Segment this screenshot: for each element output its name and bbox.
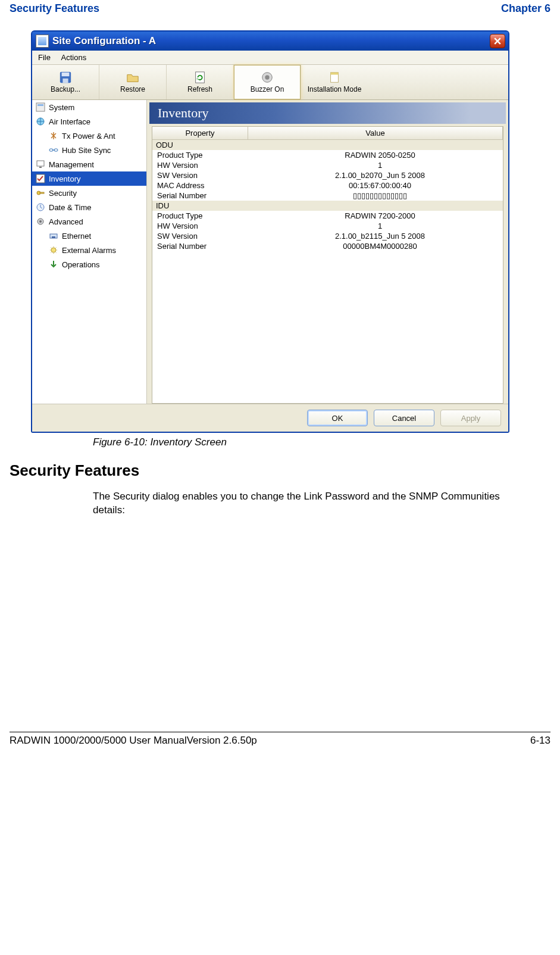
app-icon [36,35,49,48]
gear-icon [36,217,45,226]
sidebar-item-label: System [49,103,74,112]
globe-icon [36,117,45,126]
toolbar-install-label: Installation Mode [308,85,362,93]
toolbar-refresh-label: Refresh [187,85,212,93]
svg-rect-2 [62,79,68,83]
cancel-label: Cancel [392,414,416,423]
table-row: Product TypeRADWIN 7200-2000 [152,211,503,221]
antenna-icon [49,131,58,141]
svg-rect-1 [62,73,70,76]
toolbar-backup-label: Backup... [51,85,80,93]
notepad-icon [328,71,341,84]
table-row: HW Version1 [152,160,503,170]
link-icon [49,145,58,155]
toolbar-restore-label: Restore [120,85,145,93]
sidebar-item-inventory[interactable]: Inventory [32,171,146,186]
table-row: SW Version2.1.00_b2070_Jun 5 2008 [152,170,503,180]
sidebar-item-datetime[interactable]: Date & Time [32,200,146,214]
sidebar-item-system[interactable]: System [32,100,146,114]
inventory-table: Property Value ODU Product TypeRADWIN 20… [152,126,503,404]
folder-open-icon [126,71,139,84]
sidebar-item-alarms[interactable]: External Alarms [32,243,146,257]
sidebar-item-airinterface[interactable]: Air Interface [32,114,146,129]
menu-actions[interactable]: Actions [59,52,93,63]
sidebar-item-label: Inventory [49,174,80,183]
checklist-icon [36,174,45,183]
sidebar-item-txpower[interactable]: Tx Power & Ant [32,129,146,143]
sidebar-item-operations[interactable]: Operations [32,257,146,271]
toolbar-refresh[interactable]: Refresh [167,65,234,99]
sidebar-item-label: Security [49,189,77,198]
svg-rect-18 [40,192,44,194]
panel-title: Inventory [149,102,506,124]
section-heading: Security Features [10,461,550,480]
svg-point-24 [51,248,56,252]
sidebar-item-hubsync[interactable]: Hub Site Sync [32,143,146,157]
sidebar-item-label: Air Interface [49,117,90,126]
window-title: Site Configuration - A [52,35,156,47]
apply-button: Apply [440,410,501,426]
close-button[interactable] [490,34,505,48]
col-header-value[interactable]: Value [248,127,503,139]
sidebar-item-label: Management [49,160,94,169]
sidebar: System Air Interface Tx Power & Ant Hub … [32,100,147,404]
sidebar-item-advanced[interactable]: Advanced [32,214,146,229]
alarm-icon [49,245,58,255]
speaker-icon [261,71,274,84]
header-right: Chapter 6 [501,2,550,15]
refresh-icon [193,71,207,84]
monitor-icon [36,160,45,169]
floppy-icon [59,71,72,84]
sidebar-item-label: Ethernet [62,232,91,241]
properties-icon [36,102,45,112]
sidebar-item-label: Hub Site Sync [62,146,111,155]
titlebar[interactable]: Site Configuration - A [32,32,508,51]
svg-rect-3 [196,72,205,83]
ethernet-icon [49,231,58,241]
toolbar-restore[interactable]: Restore [99,65,167,99]
ok-button[interactable]: OK [307,410,368,426]
svg-rect-7 [331,73,339,75]
ok-label: OK [332,414,343,423]
page-header: Security Features Chapter 6 [10,0,550,21]
footer-right: 6-13 [530,735,550,747]
table-row: SW Version2.1.00_b2115_Jun 5 2008 [152,231,503,241]
arrow-down-icon [49,260,58,269]
cancel-button[interactable]: Cancel [374,410,434,426]
svg-rect-15 [39,167,42,168]
section-idu: IDU [152,201,174,211]
svg-rect-14 [37,161,44,166]
table-row: Serial Number▯▯▯▯▯▯▯▯▯▯▯▯▯ [152,191,503,201]
site-config-dialog: Site Configuration - A File Actions Back… [31,30,509,433]
sidebar-item-label: Date & Time [49,203,92,212]
svg-point-5 [265,75,269,79]
toolbar: Backup... Restore Refresh Buzzer On Inst… [32,65,508,100]
sidebar-item-label: Advanced [49,217,83,226]
table-row: Product TypeRADWIN 2050-0250 [152,150,503,160]
svg-point-21 [39,220,42,223]
clock-icon [36,202,45,212]
table-row: Serial Number00000BM4M0000280 [152,241,503,251]
section-odu: ODU [152,140,178,150]
toolbar-install[interactable]: Installation Mode [301,65,368,99]
sidebar-item-security[interactable]: Security [32,186,146,200]
dialog-button-bar: OK Cancel Apply [32,404,508,432]
body-paragraph: The Security dialog enables you to chang… [93,490,533,517]
close-icon [494,38,501,45]
apply-label: Apply [461,414,481,423]
toolbar-buzzer[interactable]: Buzzer On [234,65,301,99]
toolbar-backup[interactable]: Backup... [32,65,99,99]
header-left: Security Features [10,2,99,15]
menubar: File Actions [32,51,508,65]
toolbar-buzzer-label: Buzzer On [251,85,284,93]
sidebar-item-label: Tx Power & Ant [62,132,115,141]
svg-rect-9 [37,104,43,106]
content-pane: Inventory Property Value ODU Product Typ… [147,100,508,404]
sidebar-item-ethernet[interactable]: Ethernet [32,229,146,243]
sidebar-item-management[interactable]: Management [32,157,146,171]
figure-caption: Figure 6-10: Inventory Screen [93,436,550,448]
menu-file[interactable]: File [36,52,57,63]
col-header-property[interactable]: Property [152,127,248,139]
table-row: HW Version1 [152,221,503,231]
footer-left: RADWIN 1000/2000/5000 User ManualVersion… [10,735,257,747]
